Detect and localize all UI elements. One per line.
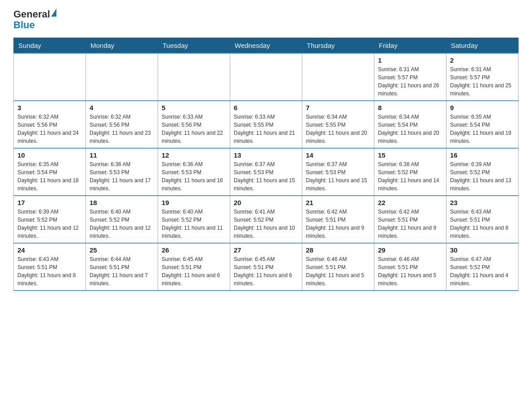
calendar-cell: 27Sunrise: 6:45 AMSunset: 5:51 PMDayligh… xyxy=(230,243,302,291)
calendar-week-3: 10Sunrise: 6:35 AMSunset: 5:54 PMDayligh… xyxy=(14,148,519,196)
calendar-cell: 16Sunrise: 6:39 AMSunset: 5:52 PMDayligh… xyxy=(446,148,519,196)
day-number: 10 xyxy=(17,151,82,159)
calendar-cell: 6Sunrise: 6:33 AMSunset: 5:55 PMDaylight… xyxy=(230,101,302,148)
calendar-cell xyxy=(302,53,374,101)
day-number: 14 xyxy=(306,151,370,159)
weekday-header-wednesday: Wednesday xyxy=(230,38,302,54)
day-number: 1 xyxy=(378,56,442,64)
calendar-cell: 11Sunrise: 6:36 AMSunset: 5:53 PMDayligh… xyxy=(86,148,158,196)
day-info: Sunrise: 6:39 AMSunset: 5:52 PMDaylight:… xyxy=(17,208,82,240)
day-number: 19 xyxy=(162,199,226,206)
day-number: 6 xyxy=(234,104,298,111)
weekday-header-saturday: Saturday xyxy=(446,38,519,54)
day-number: 23 xyxy=(450,199,515,206)
day-info: Sunrise: 6:34 AMSunset: 5:55 PMDaylight:… xyxy=(306,113,370,145)
day-info: Sunrise: 6:46 AMSunset: 5:51 PMDaylight:… xyxy=(378,255,442,287)
weekday-header-friday: Friday xyxy=(374,38,446,54)
calendar-week-4: 17Sunrise: 6:39 AMSunset: 5:52 PMDayligh… xyxy=(14,196,519,243)
calendar-cell: 25Sunrise: 6:44 AMSunset: 5:51 PMDayligh… xyxy=(86,243,158,291)
calendar-cell: 18Sunrise: 6:40 AMSunset: 5:52 PMDayligh… xyxy=(86,196,158,243)
calendar-week-1: 1Sunrise: 6:31 AMSunset: 5:57 PMDaylight… xyxy=(14,53,519,101)
day-info: Sunrise: 6:36 AMSunset: 5:53 PMDaylight:… xyxy=(162,160,226,193)
calendar-cell xyxy=(158,53,230,101)
calendar-cell: 24Sunrise: 6:43 AMSunset: 5:51 PMDayligh… xyxy=(14,243,86,291)
day-info: Sunrise: 6:35 AMSunset: 5:54 PMDaylight:… xyxy=(450,113,515,145)
day-number: 11 xyxy=(90,151,154,159)
calendar-cell: 10Sunrise: 6:35 AMSunset: 5:54 PMDayligh… xyxy=(14,148,86,196)
day-info: Sunrise: 6:38 AMSunset: 5:52 PMDaylight:… xyxy=(378,160,442,193)
day-info: Sunrise: 6:45 AMSunset: 5:51 PMDaylight:… xyxy=(162,255,226,287)
calendar-cell: 26Sunrise: 6:45 AMSunset: 5:51 PMDayligh… xyxy=(158,243,230,291)
calendar-cell: 30Sunrise: 6:47 AMSunset: 5:52 PMDayligh… xyxy=(446,243,519,291)
day-number: 13 xyxy=(234,151,298,159)
day-number: 30 xyxy=(450,246,515,254)
calendar-cell: 8Sunrise: 6:34 AMSunset: 5:54 PMDaylight… xyxy=(374,101,446,148)
day-number: 8 xyxy=(378,104,442,111)
calendar-cell: 2Sunrise: 6:31 AMSunset: 5:57 PMDaylight… xyxy=(446,53,519,101)
day-info: Sunrise: 6:36 AMSunset: 5:53 PMDaylight:… xyxy=(90,160,154,193)
day-info: Sunrise: 6:35 AMSunset: 5:54 PMDaylight:… xyxy=(17,160,82,193)
day-info: Sunrise: 6:42 AMSunset: 5:51 PMDaylight:… xyxy=(306,208,370,240)
day-number: 2 xyxy=(450,56,515,64)
logo: General Blue xyxy=(13,9,56,30)
day-info: Sunrise: 6:32 AMSunset: 5:56 PMDaylight:… xyxy=(17,113,82,145)
day-number: 9 xyxy=(450,104,515,111)
calendar-cell: 22Sunrise: 6:42 AMSunset: 5:51 PMDayligh… xyxy=(374,196,446,243)
calendar-cell: 3Sunrise: 6:32 AMSunset: 5:56 PMDaylight… xyxy=(14,101,86,148)
day-info: Sunrise: 6:40 AMSunset: 5:52 PMDaylight:… xyxy=(162,208,226,240)
calendar-cell: 15Sunrise: 6:38 AMSunset: 5:52 PMDayligh… xyxy=(374,148,446,196)
day-number: 20 xyxy=(234,199,298,206)
day-number: 12 xyxy=(162,151,226,159)
day-info: Sunrise: 6:31 AMSunset: 5:57 PMDaylight:… xyxy=(450,65,515,98)
day-number: 28 xyxy=(306,246,370,254)
page-header: General Blue xyxy=(13,9,519,30)
day-number: 5 xyxy=(162,104,226,111)
day-info: Sunrise: 6:44 AMSunset: 5:51 PMDaylight:… xyxy=(90,255,154,287)
calendar-cell: 29Sunrise: 6:46 AMSunset: 5:51 PMDayligh… xyxy=(374,243,446,291)
day-info: Sunrise: 6:43 AMSunset: 5:51 PMDaylight:… xyxy=(17,255,82,287)
day-number: 27 xyxy=(234,246,298,254)
weekday-header-row: SundayMondayTuesdayWednesdayThursdayFrid… xyxy=(14,38,519,54)
calendar-table: SundayMondayTuesdayWednesdayThursdayFrid… xyxy=(13,38,519,291)
calendar-cell: 1Sunrise: 6:31 AMSunset: 5:57 PMDaylight… xyxy=(374,53,446,101)
day-info: Sunrise: 6:41 AMSunset: 5:52 PMDaylight:… xyxy=(234,208,298,240)
day-info: Sunrise: 6:45 AMSunset: 5:51 PMDaylight:… xyxy=(234,255,298,287)
calendar-cell xyxy=(14,53,86,101)
day-info: Sunrise: 6:32 AMSunset: 5:56 PMDaylight:… xyxy=(90,113,154,145)
day-number: 24 xyxy=(17,246,82,254)
day-info: Sunrise: 6:43 AMSunset: 5:51 PMDaylight:… xyxy=(450,208,515,240)
day-info: Sunrise: 6:33 AMSunset: 5:55 PMDaylight:… xyxy=(234,113,298,145)
calendar-cell: 14Sunrise: 6:37 AMSunset: 5:53 PMDayligh… xyxy=(302,148,374,196)
calendar-cell: 13Sunrise: 6:37 AMSunset: 5:53 PMDayligh… xyxy=(230,148,302,196)
day-number: 3 xyxy=(17,104,82,111)
calendar-cell xyxy=(230,53,302,101)
day-number: 16 xyxy=(450,151,515,159)
calendar-week-5: 24Sunrise: 6:43 AMSunset: 5:51 PMDayligh… xyxy=(14,243,519,291)
day-info: Sunrise: 6:37 AMSunset: 5:53 PMDaylight:… xyxy=(306,160,370,193)
calendar-cell: 9Sunrise: 6:35 AMSunset: 5:54 PMDaylight… xyxy=(446,101,519,148)
day-number: 17 xyxy=(17,199,82,206)
day-number: 15 xyxy=(378,151,442,159)
logo-blue-text: Blue xyxy=(13,19,35,30)
day-info: Sunrise: 6:40 AMSunset: 5:52 PMDaylight:… xyxy=(90,208,154,240)
calendar-cell: 4Sunrise: 6:32 AMSunset: 5:56 PMDaylight… xyxy=(86,101,158,148)
calendar-cell: 17Sunrise: 6:39 AMSunset: 5:52 PMDayligh… xyxy=(14,196,86,243)
calendar-cell: 7Sunrise: 6:34 AMSunset: 5:55 PMDaylight… xyxy=(302,101,374,148)
day-info: Sunrise: 6:31 AMSunset: 5:57 PMDaylight:… xyxy=(378,65,442,98)
weekday-header-sunday: Sunday xyxy=(14,38,86,54)
day-number: 26 xyxy=(162,246,226,254)
weekday-header-thursday: Thursday xyxy=(302,38,374,54)
day-info: Sunrise: 6:39 AMSunset: 5:52 PMDaylight:… xyxy=(450,160,515,193)
day-info: Sunrise: 6:42 AMSunset: 5:51 PMDaylight:… xyxy=(378,208,442,240)
calendar-cell: 21Sunrise: 6:42 AMSunset: 5:51 PMDayligh… xyxy=(302,196,374,243)
day-number: 22 xyxy=(378,199,442,206)
calendar-cell xyxy=(86,53,158,101)
calendar-body: 1Sunrise: 6:31 AMSunset: 5:57 PMDaylight… xyxy=(14,53,519,291)
weekday-header-tuesday: Tuesday xyxy=(158,38,230,54)
weekday-header-monday: Monday xyxy=(86,38,158,54)
day-number: 4 xyxy=(90,104,154,111)
day-info: Sunrise: 6:34 AMSunset: 5:54 PMDaylight:… xyxy=(378,113,442,145)
calendar-cell: 23Sunrise: 6:43 AMSunset: 5:51 PMDayligh… xyxy=(446,196,519,243)
calendar-cell: 19Sunrise: 6:40 AMSunset: 5:52 PMDayligh… xyxy=(158,196,230,243)
logo-triangle-icon xyxy=(51,9,56,17)
